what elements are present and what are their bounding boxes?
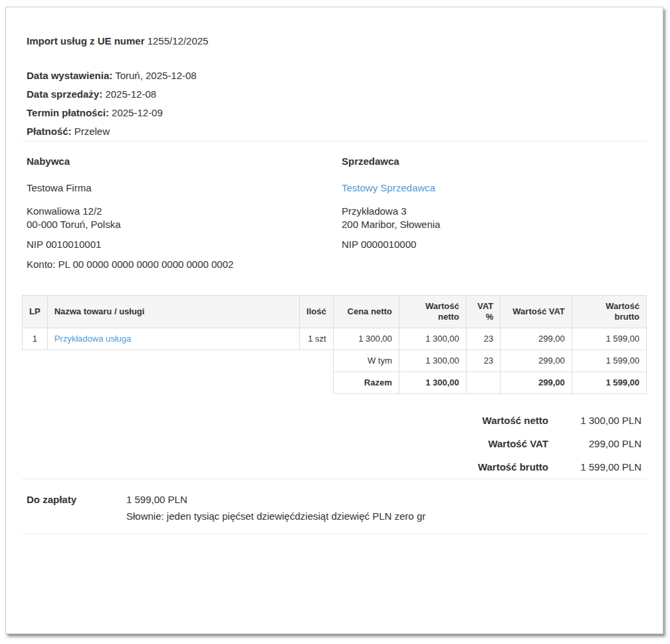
payment-method-label: Płatność: <box>27 126 72 137</box>
subtotal-spacer <box>23 350 334 372</box>
total-spacer <box>23 372 334 394</box>
subtotal-label: W tym <box>333 350 399 372</box>
divider-payment-top <box>22 479 647 479</box>
item-unit-net: 1 300,00 <box>333 328 399 350</box>
seller-address-line2: 200 Maribor, Słowenia <box>342 219 440 230</box>
gross-total-label: Wartość brutto <box>478 455 548 479</box>
payment-due-section: Do zapłaty 1 599,00 PLN Słownie: jeden t… <box>22 491 647 524</box>
seller-header: Sprzedawca <box>342 155 642 168</box>
item-quantity: 1 szt <box>300 328 334 350</box>
payment-method-value: Przelew <box>74 126 110 137</box>
total-row: Razem 1 300,00 299,00 1 599,00 <box>23 372 647 394</box>
buyer-address-line1: Konwaliowa 12/2 <box>27 205 102 217</box>
items-table-header-row: LP Nazwa towaru / usługi Ilość Cena nett… <box>23 296 647 328</box>
payment-due-label: Do zapłaty <box>27 491 126 524</box>
payment-due-details: 1 599,00 PLN Słownie: jeden tysiąc pięćs… <box>126 491 642 524</box>
invoice-meta: Data wystawienia: Toruń, 2025-12-08 Data… <box>22 66 647 141</box>
total-label: Razem <box>333 372 399 394</box>
buyer-tax-id: NIP 0010010001 <box>27 238 342 251</box>
seller-name-link[interactable]: Testowy Sprzedawca <box>342 182 435 193</box>
buyer-name: Testowa Firma <box>27 181 342 195</box>
issue-date-label: Data wystawienia: <box>27 70 112 81</box>
buyer-address: Konwaliowa 12/2 00-000 Toruń, Polska <box>27 205 342 231</box>
header-quantity: Ilość <box>300 296 334 328</box>
total-vat-rate <box>466 372 501 394</box>
buyer-section: Nabywca Testowa Firma Konwaliowa 12/2 00… <box>27 155 342 278</box>
header-item-name: Nazwa towaru / usługi <box>47 296 299 328</box>
invoice-page: Import usług z UE numer 1255/12/2025 Dat… <box>0 0 670 644</box>
seller-section: Sprzedawca Testowy Sprzedawca Przykładow… <box>342 155 642 278</box>
item-name-cell: Przykładowa usługa <box>47 328 299 350</box>
header-lp: LP <box>23 296 48 328</box>
header-gross-value: Wartość brutto <box>572 296 646 328</box>
header-net-value: Wartość netto <box>399 296 466 328</box>
total-gross-value: 1 599,00 <box>572 372 646 394</box>
buyer-bank-account: Konto: PL 00 0000 0000 0000 0000 0000 00… <box>27 258 342 271</box>
subtotal-net-value: 1 300,00 <box>399 350 466 372</box>
vat-total-label: Wartość VAT <box>488 432 548 455</box>
sale-date-value: 2025-12-08 <box>105 88 156 100</box>
invoice-number: 1255/12/2025 <box>148 35 209 47</box>
gross-total-value: 1 599,00 PLN <box>548 455 647 479</box>
invoice-title-label: Import usług z UE numer <box>27 35 145 47</box>
subtotal-gross-value: 1 599,00 <box>572 350 646 372</box>
due-date-row: Termin płatności: 2025-12-09 <box>27 104 642 122</box>
totals-summary: Wartość netto 1 300,00 PLN Wartość VAT 2… <box>22 409 647 479</box>
subtotal-row: W tym 1 300,00 23 299,00 1 599,00 <box>23 350 647 372</box>
invoice-title: Import usług z UE numer 1255/12/2025 <box>22 35 647 47</box>
header-vat-value: Wartość VAT <box>501 296 572 328</box>
item-vat-value: 299,00 <box>501 328 572 350</box>
issue-date-value: Toruń, 2025-12-08 <box>115 70 197 81</box>
item-gross-value: 1 599,00 <box>572 328 646 350</box>
payment-method-row: Płatność: Przelew <box>27 122 642 141</box>
seller-name-row: Testowy Sprzedawca <box>342 181 642 195</box>
invoice-document: Import usług z UE numer 1255/12/2025 Dat… <box>5 7 663 634</box>
sale-date-row: Data sprzedaży: 2025-12-08 <box>27 85 642 104</box>
item-name-link[interactable]: Przykładowa usługa <box>55 334 132 344</box>
seller-tax-id: NIP 0000010000 <box>342 238 642 251</box>
net-total-value: 1 300,00 PLN <box>548 409 647 432</box>
item-row: 1 Przykładowa usługa 1 szt 1 300,00 1 30… <box>23 328 647 350</box>
payment-due-amount: 1 599,00 PLN <box>126 491 642 508</box>
buyer-header: Nabywca <box>27 155 342 168</box>
vat-total-row: Wartość VAT 299,00 PLN <box>22 432 647 455</box>
due-date-value: 2025-12-09 <box>112 107 163 118</box>
subtotal-vat-rate: 23 <box>466 350 501 372</box>
due-date-label: Termin płatności: <box>27 107 109 118</box>
divider-top <box>22 141 647 142</box>
item-net-value: 1 300,00 <box>399 328 466 350</box>
seller-address-line1: Przykładowa 3 <box>342 205 407 217</box>
divider-payment-bottom <box>22 534 647 534</box>
total-net-value: 1 300,00 <box>399 372 466 394</box>
buyer-address-line2: 00-000 Toruń, Polska <box>27 219 120 230</box>
header-unit-net: Cena netto <box>333 296 399 328</box>
total-vat-value: 299,00 <box>501 372 572 394</box>
gross-total-row: Wartość brutto 1 599,00 PLN <box>22 455 647 479</box>
header-vat-rate: VAT % <box>466 296 501 328</box>
vat-total-value: 299,00 PLN <box>548 432 647 455</box>
parties-section: Nabywca Testowa Firma Konwaliowa 12/2 00… <box>22 155 647 278</box>
items-table: LP Nazwa towaru / usługi Ilość Cena nett… <box>22 295 647 394</box>
sale-date-label: Data sprzedaży: <box>27 88 102 100</box>
issue-date-row: Data wystawienia: Toruń, 2025-12-08 <box>27 66 642 85</box>
subtotal-vat-value: 299,00 <box>501 350 572 372</box>
payment-due-in-words: Słownie: jeden tysiąc pięćset dziewięćdz… <box>126 508 642 524</box>
seller-address: Przykładowa 3 200 Maribor, Słowenia <box>342 205 642 231</box>
item-vat-rate: 23 <box>466 328 501 350</box>
net-total-row: Wartość netto 1 300,00 PLN <box>22 409 647 432</box>
item-lp: 1 <box>23 328 48 350</box>
net-total-label: Wartość netto <box>483 409 548 432</box>
